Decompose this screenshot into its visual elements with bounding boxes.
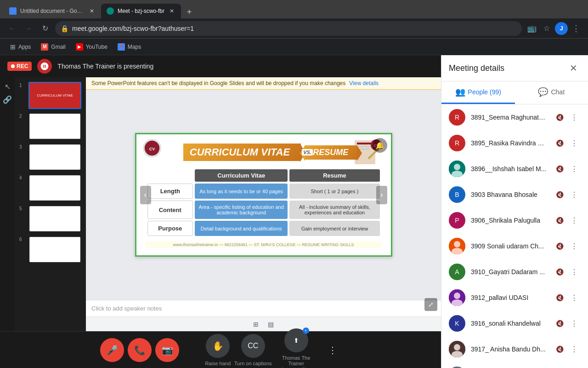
slide-next-arrow[interactable]: › — [376, 186, 387, 204]
slide-thumb-1[interactable]: 1 CURRICULUM VITAE — [18, 81, 82, 110]
rec-dot — [11, 64, 15, 68]
person-item-6: 3909 Sonali udaram Ch... 🔇 ⋮ — [441, 233, 588, 259]
person-mute-btn-10[interactable]: 🔇 — [553, 343, 566, 356]
person-mute-btn-4[interactable]: 🔇 — [553, 188, 566, 201]
slide-warning-bar: Some PowerPoint features can't be displa… — [86, 77, 441, 90]
slide-thumb-6[interactable]: 6 — [18, 235, 82, 264]
slide-thumb-3[interactable]: 3 — [18, 143, 82, 172]
bookmark-button[interactable]: ☆ — [540, 22, 553, 35]
mic-off-icon-4: 🔇 — [556, 191, 564, 198]
person-more-btn-7[interactable]: ⋮ — [568, 265, 581, 278]
tab-people-label: People (99) — [468, 88, 501, 96]
bookmark-maps[interactable]: 📍 Maps — [113, 41, 146, 52]
pointer-tool[interactable]: ↖ — [2, 81, 13, 92]
slide-img-4 — [28, 174, 81, 201]
tab-title-meet: Meet - bzj-scwo-fbr — [118, 8, 164, 14]
right-panel: Meeting details ✕ 👥 People (99) 💬 Chat R… — [441, 55, 588, 368]
person-mute-btn-1[interactable]: 🔇 — [553, 111, 566, 124]
person-more-btn-1[interactable]: ⋮ — [568, 111, 581, 124]
mic-off-icon-7: 🔇 — [556, 268, 564, 276]
cv-content-cell: Area - specific listing of education and… — [195, 201, 288, 219]
security-icon: 🔒 — [61, 25, 68, 32]
bookmark-youtube[interactable]: ▶ YouTube — [71, 41, 112, 52]
link-tool[interactable]: 🔗 — [2, 94, 13, 105]
person-mute-btn-7[interactable]: 🔇 — [553, 265, 566, 278]
person-more-btn-4[interactable]: ⋮ — [568, 188, 581, 201]
address-bar[interactable]: 🔒 meet.google.com/bzj-scwo-fbr?authuser=… — [55, 21, 522, 36]
svg-point-11 — [454, 164, 460, 170]
person-mute-btn-9[interactable]: 🔇 — [553, 317, 566, 330]
profile-button[interactable]: J — [555, 22, 568, 35]
tab-document[interactable]: Untitled document - Google D... ✕ — [4, 4, 101, 18]
person-actions-1: 🔇 ⋮ — [553, 111, 581, 124]
slide-notes-area[interactable]: Click to add speaker notes — [86, 300, 441, 316]
person-avatar-8 — [449, 289, 465, 306]
expand-slide-button[interactable]: ⤢ — [424, 298, 437, 311]
person-mute-btn-5[interactable]: 🔇 — [553, 214, 566, 227]
person-mute-btn-6[interactable]: 🔇 — [553, 240, 566, 253]
notification-bell[interactable]: 🔔 — [373, 138, 387, 153]
person-more-btn-8[interactable]: ⋮ — [568, 291, 581, 304]
person-more-btn-9[interactable]: ⋮ — [568, 317, 581, 330]
vs-text: VS. — [302, 149, 313, 155]
person-mute-btn-3[interactable]: 🔇 — [553, 162, 566, 175]
menu-button[interactable]: ⋮ — [570, 22, 582, 35]
grid-view-button[interactable]: ⊞ — [251, 319, 260, 330]
tab-people[interactable]: 👥 People (99) — [441, 81, 515, 104]
panel-close-button[interactable]: ✕ — [566, 61, 581, 75]
bookmark-gmail[interactable]: M Gmail — [36, 41, 70, 52]
mute-button[interactable]: 🎤 — [100, 338, 124, 362]
tab-close-meet[interactable]: ✕ — [168, 7, 175, 15]
slide1-preview-text: CURRICULUM VITAE — [36, 92, 74, 99]
person-avatar-2: R — [449, 135, 465, 151]
forward-button[interactable]: → — [22, 22, 35, 35]
bookmark-youtube-label: YouTube — [86, 44, 107, 50]
cv-purpose-cell: Detail background and qualifications — [195, 221, 288, 236]
back-button[interactable]: ← — [6, 22, 18, 35]
tab-meet[interactable]: Meet - bzj-scwo-fbr ✕ — [101, 4, 181, 18]
slide-thumb-5[interactable]: 5 — [18, 204, 82, 233]
person-actions-2: 🔇 ⋮ — [553, 137, 581, 150]
captions-label: Turn on captions — [234, 361, 272, 366]
slide-thumbnails-panel: 1 CURRICULUM VITAE 2 — [15, 77, 86, 331]
more-options-button[interactable]: ⋮ — [324, 342, 341, 358]
person-more-btn-2[interactable]: ⋮ — [568, 137, 581, 150]
rec-label: REC — [17, 63, 28, 69]
person-more-btn-5[interactable]: ⋮ — [568, 214, 581, 227]
raise-hand-button[interactable]: ✋ — [206, 334, 230, 358]
video-button[interactable]: 📷 — [155, 338, 179, 362]
person-avatar-10 — [449, 341, 465, 357]
slide-thumb-4[interactable]: 4 — [18, 173, 82, 202]
person-mute-btn-2[interactable]: 🔇 — [553, 137, 566, 150]
captions-button[interactable]: CC — [241, 334, 265, 358]
slide-img-1: CURRICULUM VITAE — [28, 82, 81, 109]
tab-favicon-document — [9, 7, 17, 15]
cast-button[interactable]: 📺 — [526, 22, 538, 35]
col-header-resume: Resume — [289, 169, 379, 182]
slide-warning-link[interactable]: View details — [349, 80, 379, 86]
slide-thumb-2[interactable]: 2 — [18, 112, 82, 141]
resume-banner: VS. RESUME — [305, 145, 357, 160]
person-more-btn-10[interactable]: ⋮ — [568, 343, 581, 356]
person-mute-btn-8[interactable]: 🔇 — [553, 291, 566, 304]
refresh-button[interactable]: ↻ — [39, 22, 51, 35]
tab-chat[interactable]: 💬 Chat — [515, 81, 588, 104]
person-more-btn-6[interactable]: ⋮ — [568, 240, 581, 253]
slide-num-4: 4 — [19, 175, 26, 180]
tab-chat-label: Chat — [551, 88, 565, 96]
slide-prev-arrow[interactable]: ‹ — [140, 186, 151, 204]
bookmark-apps[interactable]: ⊞ Apps — [6, 41, 35, 52]
person-item-9: K 3916_sonali Khandelwal 🔇 ⋮ — [441, 310, 588, 336]
filmstrip-view-button[interactable]: ▤ — [266, 319, 276, 330]
new-tab-button[interactable]: + — [183, 6, 196, 18]
mic-off-icon-9: 🔇 — [556, 320, 564, 327]
end-call-button[interactable]: 📞 — [128, 338, 152, 362]
person-more-btn-3[interactable]: ⋮ — [568, 162, 581, 175]
mute-control: 🎤 — [100, 338, 124, 362]
resume-content-cell: All - inclusive summary of skills, exper… — [289, 201, 379, 219]
tab-close-document[interactable]: ✕ — [88, 7, 96, 15]
person-actions-8: 🔇 ⋮ — [553, 291, 581, 304]
person-avatar-3 — [449, 161, 465, 177]
presenting-button[interactable]: ⬆ + — [284, 328, 308, 352]
tab-title-document: Untitled document - Google D... — [20, 8, 85, 14]
